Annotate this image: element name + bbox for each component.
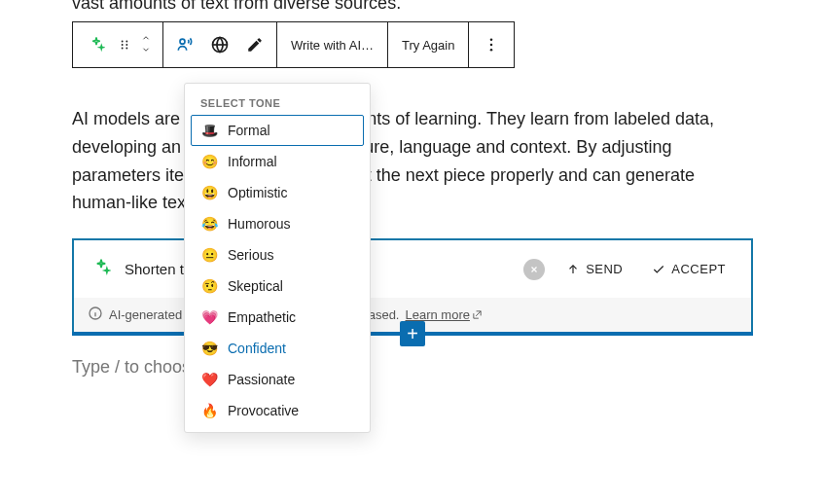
tone-label: Optimistic (228, 185, 287, 200)
ai-prompt-block: SEND ACCEPT AI-generated content could b… (72, 238, 753, 334)
tone-emoji: ❤️ (200, 372, 218, 387)
more-options-icon[interactable] (469, 22, 514, 67)
svg-point-2 (122, 48, 124, 50)
ai-sparkle-icon[interactable] (79, 22, 114, 67)
tone-emoji: 😎 (200, 341, 218, 356)
tone-label: Skeptical (228, 278, 283, 294)
truncated-paragraph: vast amounts of text from diverse source… (72, 0, 753, 14)
tone-emoji: 🔥 (200, 403, 218, 418)
tone-label: Formal (228, 123, 270, 138)
svg-point-5 (126, 48, 127, 50)
tone-item-skeptical[interactable]: 🤨Skeptical (191, 270, 364, 302)
accept-button[interactable]: ACCEPT (644, 256, 734, 282)
tone-emoji: 🎩 (200, 123, 218, 138)
tone-item-humorous[interactable]: 😂Humorous (191, 208, 364, 239)
sparkle-icon (91, 258, 111, 281)
try-again-button[interactable]: Try Again (388, 22, 468, 67)
block-placeholder[interactable]: Type / to choose a block (72, 357, 753, 378)
tone-emoji: 🤨 (200, 278, 218, 294)
tone-item-informal[interactable]: 😊Informal (191, 146, 364, 177)
tone-item-passionate[interactable]: ❤️Passionate (191, 364, 364, 395)
tone-label: Confident (228, 341, 286, 356)
accept-label: ACCEPT (671, 262, 726, 276)
tone-emoji: 😂 (200, 216, 218, 232)
add-block-button[interactable]: + (400, 321, 425, 346)
svg-point-0 (122, 41, 124, 43)
tone-label: Passionate (228, 372, 295, 387)
send-button[interactable]: SEND (558, 256, 630, 282)
globe-icon[interactable] (202, 22, 237, 67)
tone-label: Humorous (228, 216, 291, 232)
drag-handle-icon[interactable] (114, 22, 135, 67)
tone-item-formal[interactable]: 🎩Formal (191, 115, 364, 146)
tone-label: Empathetic (228, 309, 296, 325)
block-toolbar: Write with AI… Try Again (72, 21, 515, 68)
info-icon (88, 306, 103, 324)
content-paragraph[interactable]: AI models are trained with large amounts… (72, 105, 753, 217)
select-tone-menu: SELECT TONE 🎩Formal😊Informal😃Optimistic😂… (184, 83, 371, 433)
tone-label: Informal (228, 154, 277, 169)
svg-point-3 (126, 41, 127, 43)
tone-label: Serious (228, 247, 273, 263)
tone-item-optimistic[interactable]: 😃Optimistic (191, 177, 364, 208)
tone-item-empathetic[interactable]: 💗Empathetic (191, 302, 364, 333)
svg-point-8 (490, 38, 493, 41)
tone-label: Provocative (228, 403, 299, 418)
tone-emoji: 😃 (200, 185, 218, 200)
send-label: SEND (586, 262, 623, 276)
tone-item-provocative[interactable]: 🔥Provocative (191, 395, 364, 426)
tone-menu-header: SELECT TONE (191, 90, 364, 115)
svg-point-4 (126, 44, 127, 46)
tone-item-serious[interactable]: 😐Serious (191, 239, 364, 270)
tone-item-confident[interactable]: 😎Confident (191, 333, 364, 364)
svg-point-10 (490, 49, 493, 52)
edit-pen-icon[interactable] (237, 22, 272, 67)
tone-emoji: 😊 (200, 154, 218, 169)
svg-point-9 (490, 44, 493, 47)
learn-more-link[interactable]: Learn more (405, 307, 482, 322)
tone-emoji: 😐 (200, 247, 218, 263)
clear-input-button[interactable] (523, 259, 545, 280)
write-with-ai-button[interactable]: Write with AI… (277, 22, 387, 67)
block-insertion-line: + (72, 332, 753, 336)
svg-point-6 (180, 39, 185, 44)
svg-point-1 (122, 44, 124, 46)
tone-emoji: 💗 (200, 309, 218, 325)
move-up-icon[interactable] (135, 33, 157, 45)
move-down-icon[interactable] (135, 45, 157, 56)
voice-icon[interactable] (167, 22, 202, 67)
